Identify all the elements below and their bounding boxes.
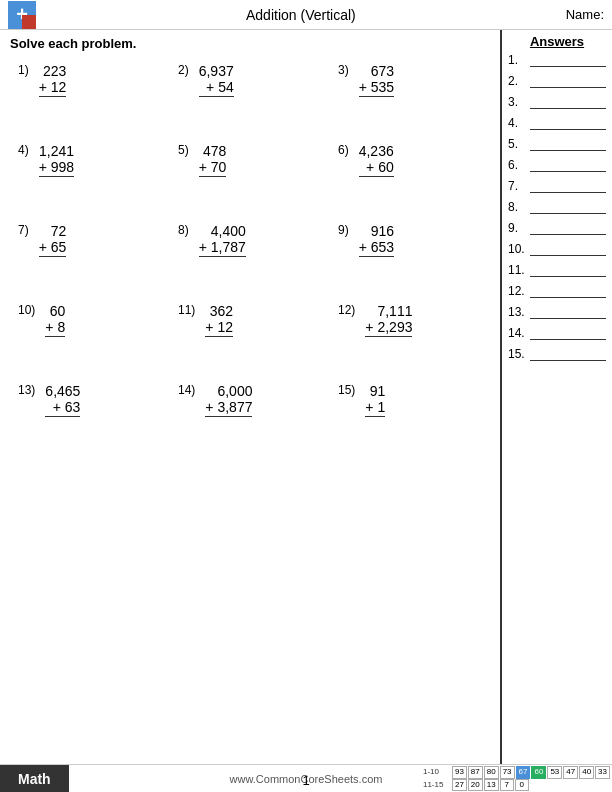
answer-number: 5. xyxy=(508,137,530,151)
problem-bottom: 535 xyxy=(359,79,394,97)
problem-number: 11) xyxy=(178,303,195,317)
problem-inner: 6,937 54 xyxy=(199,63,234,97)
answer-number: 9. xyxy=(508,221,530,235)
problem-top: 4,400 xyxy=(199,223,246,239)
answer-number: 3. xyxy=(508,95,530,109)
answer-blank xyxy=(530,53,606,67)
answer-number: 8. xyxy=(508,200,530,214)
problem-number: 8) xyxy=(178,223,189,237)
problems-grid: 1) 223 12 2) 6,937 54 3) 673 535 4) 1, xyxy=(10,57,490,457)
answer-blank xyxy=(530,116,606,130)
problem-top: 72 xyxy=(39,223,67,239)
answer-number: 11. xyxy=(508,263,530,277)
answer-line: 11. xyxy=(508,263,606,277)
stats-row-1: 1-1093878073676053474033 xyxy=(423,766,610,778)
problem-inner: 6,465 63 xyxy=(45,383,80,417)
answer-number: 7. xyxy=(508,179,530,193)
answer-number: 15. xyxy=(508,347,530,361)
problem-inner: 362 12 xyxy=(205,303,233,337)
stat-box: 73 xyxy=(500,766,515,778)
problem-number: 7) xyxy=(18,223,29,237)
answer-number: 12. xyxy=(508,284,530,298)
answer-number: 10. xyxy=(508,242,530,256)
problem-bottom: 65 xyxy=(39,239,67,257)
answer-line: 5. xyxy=(508,137,606,151)
problem-bottom: 653 xyxy=(359,239,394,257)
problem-bottom: 63 xyxy=(45,399,80,417)
problem-cell: 7) 72 65 xyxy=(10,217,170,297)
problem-bottom: 1 xyxy=(365,399,385,417)
problem-bottom: 70 xyxy=(199,159,227,177)
answer-line: 3. xyxy=(508,95,606,109)
footer: Math www.CommonCoreSheets.com 1-10938780… xyxy=(0,764,612,792)
problem-top: 6,937 xyxy=(199,63,234,79)
problem-number: 13) xyxy=(18,383,35,397)
stat-box: 93 xyxy=(452,766,467,778)
problem-number: 4) xyxy=(18,143,29,157)
problem-inner: 91 1 xyxy=(365,383,385,417)
problem-top: 1,241 xyxy=(39,143,74,159)
problem-number: 9) xyxy=(338,223,349,237)
answer-number: 13. xyxy=(508,305,530,319)
main-content: Solve each problem. 1) 223 12 2) 6,937 5… xyxy=(0,30,612,764)
answer-blank xyxy=(530,242,606,256)
problem-top: 916 xyxy=(359,223,394,239)
answer-line: 10. xyxy=(508,242,606,256)
problem-number: 14) xyxy=(178,383,195,397)
problem-number: 12) xyxy=(338,303,355,317)
header-name-label: Name: xyxy=(566,7,604,22)
stat-box: 27 xyxy=(452,779,467,791)
answer-line: 2. xyxy=(508,74,606,88)
problem-top: 362 xyxy=(205,303,233,319)
answer-line: 9. xyxy=(508,221,606,235)
answer-line: 4. xyxy=(508,116,606,130)
problem-inner: 1,241 998 xyxy=(39,143,74,177)
answer-number: 14. xyxy=(508,326,530,340)
stat-box: 20 xyxy=(468,779,483,791)
problem-inner: 72 65 xyxy=(39,223,67,257)
stat-box: 80 xyxy=(484,766,499,778)
answer-blank xyxy=(530,221,606,235)
stats-row-2: 11-1527201370 xyxy=(423,779,610,791)
problem-cell: 1) 223 12 xyxy=(10,57,170,137)
answer-blank xyxy=(530,326,606,340)
answer-blank xyxy=(530,347,606,361)
problems-area: Solve each problem. 1) 223 12 2) 6,937 5… xyxy=(0,30,502,764)
problem-inner: 478 70 xyxy=(199,143,227,177)
problem-top: 223 xyxy=(39,63,67,79)
answer-blank xyxy=(530,284,606,298)
problem-cell: 8) 4,400 1,787 xyxy=(170,217,330,297)
logo-icon xyxy=(8,1,36,29)
answers-header: Answers xyxy=(508,34,606,49)
problem-number: 6) xyxy=(338,143,349,157)
problem-cell: 9) 916 653 xyxy=(330,217,490,297)
problem-top: 60 xyxy=(45,303,65,319)
answer-blank xyxy=(530,305,606,319)
problem-cell: 12) 7,111 2,293 xyxy=(330,297,490,377)
problem-top: 673 xyxy=(359,63,394,79)
answer-blank xyxy=(530,263,606,277)
problem-bottom: 12 xyxy=(39,79,67,97)
answer-line: 12. xyxy=(508,284,606,298)
problem-inner: 7,111 2,293 xyxy=(365,303,412,337)
problem-cell: 6) 4,236 60 xyxy=(330,137,490,217)
problem-bottom: 3,877 xyxy=(205,399,252,417)
answer-number: 4. xyxy=(508,116,530,130)
problem-bottom: 998 xyxy=(39,159,74,177)
stat-box: 33 xyxy=(595,766,610,778)
problem-cell: 14) 6,000 3,877 xyxy=(170,377,330,457)
page-number: 1 xyxy=(302,773,309,788)
footer-stats: 1-109387807367605347403311-1527201370 xyxy=(423,766,610,791)
problem-inner: 4,400 1,787 xyxy=(199,223,246,257)
problem-inner: 4,236 60 xyxy=(359,143,394,177)
answer-blank xyxy=(530,95,606,109)
problem-cell: 3) 673 535 xyxy=(330,57,490,137)
answer-number: 2. xyxy=(508,74,530,88)
answer-line: 15. xyxy=(508,347,606,361)
answer-blank xyxy=(530,200,606,214)
stat-box: 53 xyxy=(547,766,562,778)
answer-line: 7. xyxy=(508,179,606,193)
problem-number: 2) xyxy=(178,63,189,77)
problem-top: 91 xyxy=(365,383,385,399)
answer-blank xyxy=(530,74,606,88)
